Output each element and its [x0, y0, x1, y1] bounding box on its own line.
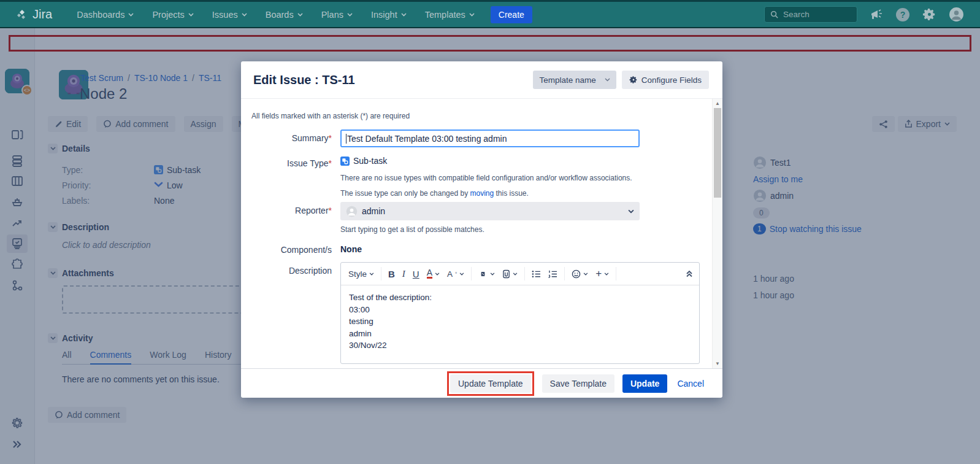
chevron-down-icon: [459, 273, 464, 276]
gear-icon: [629, 75, 638, 84]
text-color-button[interactable]: A: [427, 269, 440, 279]
configure-fields-button[interactable]: Configure Fields: [622, 71, 709, 89]
scrollbar-thumb[interactable]: [714, 108, 721, 198]
jira-logo[interactable]: Jira: [16, 7, 52, 21]
dialog-scrollbar[interactable]: ▲ ▼: [712, 99, 722, 368]
reporter-label: Reporter: [295, 206, 328, 215]
dialog-header: Edit Issue : TS-11 Template name Configu…: [241, 61, 722, 99]
moving-link[interactable]: moving: [470, 189, 494, 198]
search-icon: [770, 10, 778, 18]
toolbar-collapse-icon[interactable]: [686, 270, 693, 277]
summary-input[interactable]: Test Default Template 03:00 testing admi…: [340, 130, 640, 147]
bold-button[interactable]: B: [388, 269, 395, 279]
avatar-icon: [346, 206, 358, 217]
nav-projects[interactable]: Projects: [152, 10, 193, 20]
dialog-body: All fields marked with an asterisk (*) a…: [241, 99, 712, 368]
chevron-down-icon: [604, 273, 609, 276]
chevron-down-icon: [469, 13, 475, 17]
announcements-button[interactable]: [870, 9, 883, 21]
jira-logo-text: Jira: [33, 7, 52, 21]
nav-right-cluster: ?: [764, 6, 980, 23]
search-box[interactable]: [764, 6, 857, 23]
summary-label: Summary: [292, 133, 329, 143]
description-editor: Style B I U A A°: [340, 262, 700, 364]
link-icon: [478, 270, 488, 278]
issue-type-value: Sub-task: [340, 153, 387, 166]
chevron-down-icon: [297, 13, 303, 17]
description-textarea[interactable]: Test of the description: 03:00 testing a…: [341, 285, 699, 363]
description-label: Description: [241, 262, 332, 364]
template-name-dropdown[interactable]: Template name: [533, 71, 616, 89]
search-input[interactable]: [783, 10, 851, 19]
svg-text:?: ?: [900, 10, 906, 20]
reporter-helper: Start typing to get a list of possible m…: [340, 225, 484, 234]
avatar-icon: [949, 7, 964, 22]
megaphone-icon: [870, 9, 883, 21]
chevron-down-icon: [583, 273, 588, 276]
dialog-footer: Update Template Save Template Update Can…: [241, 368, 722, 398]
scroll-up-arrow-icon[interactable]: ▲: [713, 99, 722, 108]
emoji-icon: [572, 269, 581, 279]
components-value: None: [340, 242, 362, 255]
settings-button[interactable]: [922, 7, 936, 21]
chevron-down-icon: [490, 273, 495, 276]
save-template-button[interactable]: Save Template: [542, 374, 614, 393]
cancel-link[interactable]: Cancel: [677, 379, 704, 389]
user-avatar-button[interactable]: [949, 7, 964, 22]
numbered-list-button[interactable]: [548, 270, 557, 278]
top-navigation-bar: Jira Dashboards Projects Issues Boards P…: [0, 0, 980, 28]
issue-type-move-note: The issue type can only be changed by mo…: [340, 189, 529, 198]
chevron-down-icon: [128, 13, 134, 17]
bullet-list-icon: [532, 270, 541, 278]
issue-type-note: There are no issue types with compatible…: [340, 174, 632, 182]
chevron-down-icon: [369, 273, 374, 276]
dialog-title: Edit Issue : TS-11: [253, 73, 355, 87]
chevron-down-icon: [513, 273, 518, 276]
nav-insight[interactable]: Insight: [371, 10, 407, 20]
more-formatting-button[interactable]: A°: [447, 269, 464, 279]
paperclip-icon: [502, 269, 510, 279]
nav-plans[interactable]: Plans: [321, 10, 353, 20]
editor-toolbar: Style B I U A A°: [341, 263, 699, 285]
link-button[interactable]: [478, 270, 495, 278]
nav-issues[interactable]: Issues: [212, 10, 247, 20]
gear-icon: [922, 7, 936, 21]
help-button[interactable]: ?: [895, 7, 910, 22]
emoji-button[interactable]: [572, 269, 588, 279]
question-mark-icon: ?: [895, 7, 910, 22]
nav-boards[interactable]: Boards: [266, 10, 303, 20]
attachment-button[interactable]: [502, 269, 518, 279]
edit-issue-dialog: Edit Issue : TS-11 Template name Configu…: [241, 61, 722, 398]
italic-button[interactable]: I: [402, 269, 405, 279]
create-button[interactable]: Create: [491, 6, 532, 23]
annotation-highlight-box: Update Template: [447, 371, 534, 396]
nav-templates[interactable]: Templates: [425, 10, 475, 20]
chevron-down-icon: [401, 13, 407, 17]
components-label: Component/s: [241, 242, 332, 255]
screen: Jira Dashboards Projects Issues Boards P…: [0, 0, 980, 464]
reporter-select[interactable]: admin: [340, 202, 640, 220]
nav-dashboards[interactable]: Dashboards: [77, 10, 134, 20]
text-caret: [346, 134, 346, 144]
style-dropdown[interactable]: Style: [348, 269, 374, 279]
chevron-down-icon: [242, 13, 247, 17]
scroll-down-arrow-icon[interactable]: ▼: [713, 359, 722, 368]
underline-button[interactable]: U: [413, 269, 419, 279]
annotation-highlight-bar: [9, 35, 971, 52]
update-button[interactable]: Update: [622, 374, 667, 393]
chevron-down-icon: [605, 78, 610, 82]
update-template-button[interactable]: Update Template: [450, 374, 531, 393]
main-menu: Dashboards Projects Issues Boards Plans …: [77, 10, 475, 20]
chevron-down-icon: [188, 13, 194, 17]
insert-more-button[interactable]: +: [595, 268, 609, 280]
chevron-down-icon: [347, 13, 353, 17]
required-fields-note: All fields marked with an asterisk (*) a…: [251, 112, 410, 120]
chevron-down-icon: [628, 209, 634, 214]
issue-type-label: Issue Type: [287, 158, 328, 168]
jira-logo-icon: [16, 9, 28, 21]
numbered-list-icon: [548, 270, 557, 278]
chevron-down-icon: [435, 273, 440, 276]
bullet-list-button[interactable]: [532, 270, 541, 278]
subtask-type-icon: [340, 157, 350, 166]
